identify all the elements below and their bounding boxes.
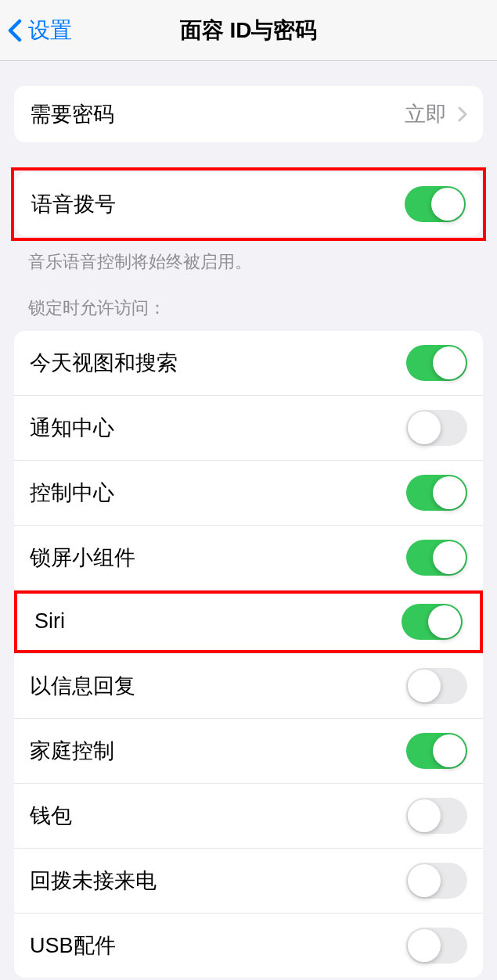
nav-header: 设置 面容 ID与密码: [0, 0, 497, 61]
home-control-row[interactable]: 家庭控制: [14, 719, 483, 784]
reply-message-toggle[interactable]: [406, 668, 467, 704]
return-missed-calls-toggle[interactable]: [406, 863, 467, 899]
lock-widgets-row[interactable]: 锁屏小组件: [14, 526, 483, 591]
wallet-row[interactable]: 钱包: [14, 784, 483, 849]
passcode-group: 需要密码 立即: [14, 86, 483, 142]
notification-center-row[interactable]: 通知中心: [14, 396, 483, 461]
voice-dial-toggle[interactable]: [405, 186, 466, 222]
usb-accessories-row[interactable]: USB配件: [14, 914, 483, 978]
lock-widgets-toggle[interactable]: [406, 540, 467, 576]
reply-message-label: 以信息回复: [30, 672, 135, 700]
notification-center-label: 通知中心: [30, 414, 114, 442]
chevron-right-icon: [458, 106, 467, 122]
require-passcode-value: 立即: [405, 100, 467, 128]
voice-dial-label: 语音拨号: [31, 190, 116, 218]
page-title: 面容 ID与密码: [180, 16, 318, 45]
voice-dial-footer: 音乐语音控制将始终被启用。: [0, 241, 497, 275]
back-label: 设置: [28, 16, 72, 45]
chevron-left-icon: [8, 19, 22, 42]
siri-toggle[interactable]: [402, 604, 463, 640]
today-view-row[interactable]: 今天视图和搜索: [14, 331, 483, 396]
require-passcode-label: 需要密码: [30, 100, 114, 128]
wallet-toggle[interactable]: [406, 798, 467, 834]
siri-label: Siri: [34, 609, 65, 634]
usb-accessories-toggle[interactable]: [406, 928, 467, 964]
reply-message-row[interactable]: 以信息回复: [14, 654, 483, 719]
today-view-toggle[interactable]: [406, 345, 467, 381]
voice-dial-highlight: 语音拨号: [0, 167, 497, 241]
highlight-box-voice-dial: 语音拨号: [11, 167, 486, 241]
toggle-knob: [431, 188, 464, 221]
today-view-label: 今天视图和搜索: [30, 349, 178, 377]
notification-center-toggle[interactable]: [406, 410, 467, 446]
highlight-box-siri: Siri: [14, 591, 483, 653]
control-center-label: 控制中心: [30, 479, 114, 507]
siri-row[interactable]: Siri: [19, 595, 478, 648]
home-control-label: 家庭控制: [30, 737, 114, 765]
return-missed-calls-label: 回拨未接来电: [30, 867, 157, 895]
voice-dial-row[interactable]: 语音拨号: [16, 172, 481, 236]
wallet-label: 钱包: [30, 802, 72, 830]
control-center-row[interactable]: 控制中心: [14, 461, 483, 526]
return-missed-calls-row[interactable]: 回拨未接来电: [14, 849, 483, 914]
usb-accessories-label: USB配件: [30, 932, 116, 960]
content: 需要密码 立即 语音拨号 音乐语音控制将始终被启用。 锁定时允许访问：: [0, 86, 497, 980]
back-button[interactable]: 设置: [0, 16, 72, 45]
control-center-toggle[interactable]: [406, 475, 467, 511]
lock-access-header: 锁定时允许访问：: [0, 275, 497, 326]
require-passcode-row[interactable]: 需要密码 立即: [14, 86, 483, 142]
siri-row-wrapper: Siri: [14, 591, 483, 654]
home-control-toggle[interactable]: [406, 733, 467, 769]
lock-widgets-label: 锁屏小组件: [30, 544, 135, 572]
lock-access-group: 今天视图和搜索 通知中心 控制中心 锁屏小组件 Siri 以信息回复: [14, 331, 483, 978]
